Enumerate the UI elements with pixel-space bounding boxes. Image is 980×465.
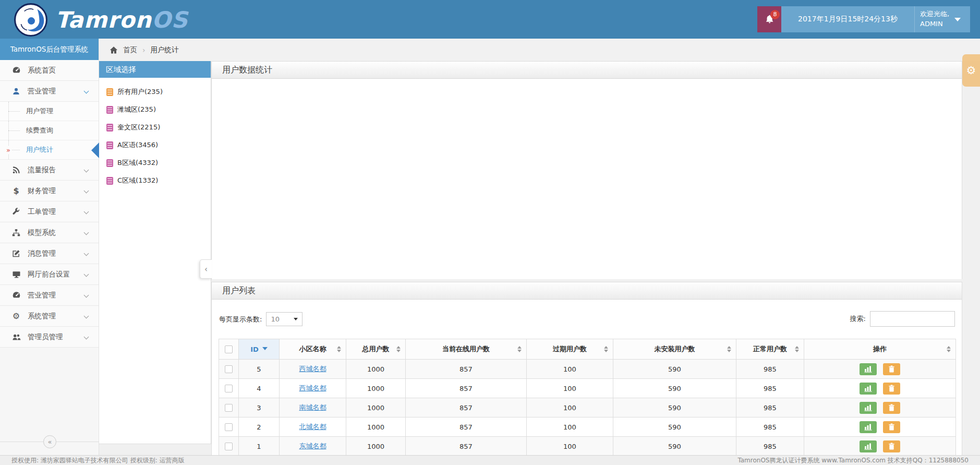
pagesize-select[interactable]: 10 bbox=[266, 312, 303, 326]
delete-button[interactable] bbox=[883, 363, 900, 375]
list-panel-title: 用户列表 bbox=[212, 282, 962, 300]
sidebar-subitem-user-statistics[interactable]: » 用户统计 bbox=[0, 140, 99, 160]
breadcrumb: 首页 › 用户统计 bbox=[99, 39, 980, 61]
cell-normal: 985 bbox=[736, 398, 804, 418]
sidebar-item-model-system[interactable]: 模型系统 bbox=[0, 222, 99, 243]
region-item-kuiwen[interactable]: 奎文区(2215) bbox=[106, 118, 211, 136]
cell-expired: 100 bbox=[527, 418, 613, 437]
sidebar-item-finance-management[interactable]: $ 财务管理 bbox=[0, 181, 99, 201]
stats-panel-title: 用户数据统计 bbox=[212, 62, 962, 79]
sidebar-item-message-management[interactable]: 消息管理 bbox=[0, 243, 99, 264]
column-header-online[interactable]: 当前在线用户数 bbox=[406, 339, 527, 360]
stats-chart-area bbox=[212, 79, 962, 279]
region-item-a[interactable]: A区语(3456) bbox=[106, 136, 211, 154]
active-item-arrow-icon bbox=[91, 142, 99, 158]
chart-button[interactable] bbox=[860, 383, 877, 395]
community-link[interactable]: 西城名都 bbox=[299, 384, 326, 392]
welcome-text: 欢迎光临, bbox=[920, 9, 949, 19]
sort-icon bbox=[604, 346, 608, 352]
column-header-name[interactable]: 小区名称 bbox=[280, 339, 346, 360]
cell-online: 857 bbox=[406, 437, 527, 456]
chart-button[interactable] bbox=[860, 440, 877, 452]
cell-id: 5 bbox=[239, 360, 280, 379]
chevron-down-icon bbox=[84, 251, 89, 256]
sidebar-item-label: 管理员管理 bbox=[28, 332, 63, 342]
sidebar-item-label: 消息管理 bbox=[28, 249, 56, 258]
row-checkbox[interactable] bbox=[225, 385, 233, 392]
column-header-uninstalled[interactable]: 未安装用户数 bbox=[613, 339, 736, 360]
select-all-checkbox[interactable] bbox=[225, 345, 233, 353]
list-icon bbox=[106, 106, 113, 114]
list-icon bbox=[106, 159, 113, 167]
breadcrumb-home-link[interactable]: 首页 bbox=[123, 45, 137, 55]
sidebar-item-business-management[interactable]: 营业管理 bbox=[0, 81, 99, 102]
cell-normal: 985 bbox=[736, 437, 804, 456]
delete-button[interactable] bbox=[883, 402, 900, 414]
settings-gear-tab[interactable]: ⚙ bbox=[962, 54, 980, 87]
sidebar-item-admin-management[interactable]: 管理员管理 bbox=[0, 327, 99, 348]
cell-normal: 985 bbox=[736, 418, 804, 437]
chevron-down-icon bbox=[84, 89, 89, 94]
region-item-weicheng[interactable]: 潍城区(235) bbox=[106, 101, 211, 118]
select-all-header[interactable] bbox=[219, 339, 239, 360]
sidebar-item-dashboard[interactable]: 系统首页 bbox=[0, 60, 99, 81]
community-link[interactable]: 南城名都 bbox=[299, 403, 326, 411]
community-link[interactable]: 东城名都 bbox=[299, 442, 326, 450]
sidebar-item-portal-settings[interactable]: 网厅前台设置 bbox=[0, 264, 99, 285]
cell-total: 1000 bbox=[346, 437, 406, 456]
chevron-down-icon bbox=[84, 293, 89, 298]
region-panel-title: 区域选择 bbox=[99, 61, 211, 78]
app-logo: TamronOS bbox=[14, 2, 188, 38]
sidebar-item-label: 系统首页 bbox=[28, 66, 56, 75]
chart-button[interactable] bbox=[860, 402, 877, 414]
column-header-id[interactable]: ID bbox=[239, 339, 280, 360]
delete-button[interactable] bbox=[883, 440, 900, 452]
region-select-panel: 区域选择 所有用户(235) 潍城区(235) 奎文区(2215) A区语(34… bbox=[99, 61, 211, 444]
user-stats-panel: 用户数据统计 bbox=[211, 61, 962, 279]
row-checkbox[interactable] bbox=[225, 365, 233, 373]
cell-id: 2 bbox=[239, 418, 280, 437]
sidebar-collapse-button[interactable]: « bbox=[43, 435, 56, 448]
cell-expired: 100 bbox=[527, 379, 613, 398]
table-row: 4 西城名都 1000 857 100 590 985 bbox=[219, 379, 956, 398]
cell-id: 3 bbox=[239, 398, 280, 418]
delete-button[interactable] bbox=[883, 421, 900, 433]
column-header-total[interactable]: 总用户数 bbox=[346, 339, 406, 360]
notifications-button[interactable]: 8 bbox=[757, 6, 781, 32]
row-checkbox[interactable] bbox=[225, 404, 233, 412]
panel-collapse-handle[interactable]: ‹ bbox=[200, 259, 212, 279]
cell-total: 1000 bbox=[346, 379, 406, 398]
active-marker: » bbox=[5, 146, 11, 154]
region-item-b[interactable]: B区域(4332) bbox=[106, 154, 211, 172]
chevron-down-icon bbox=[84, 272, 89, 277]
column-header-actions[interactable]: 操作 bbox=[804, 339, 956, 360]
admin-user-menu[interactable]: 欢迎光临, ADMIN bbox=[915, 6, 970, 32]
sidebar-title: TamronOS后台管理系统 bbox=[0, 39, 99, 60]
sidebar-item-business-management-2[interactable]: 营业管理 bbox=[0, 285, 99, 306]
search-input[interactable] bbox=[870, 311, 955, 327]
sidebar-item-workorder-management[interactable]: 工单管理 bbox=[0, 201, 99, 222]
gear-icon: ⚙ bbox=[966, 64, 976, 77]
column-header-normal[interactable]: 正常用户数 bbox=[736, 339, 804, 360]
sidebar-item-system-management[interactable]: ⚙ 系统管理 bbox=[0, 306, 99, 327]
row-checkbox[interactable] bbox=[225, 443, 233, 450]
sort-icon bbox=[727, 346, 731, 352]
column-header-expired[interactable]: 过期用户数 bbox=[527, 339, 613, 360]
cell-online: 857 bbox=[406, 379, 527, 398]
row-checkbox[interactable] bbox=[225, 423, 233, 431]
delete-button[interactable] bbox=[883, 383, 900, 395]
table-row: 5 西城名都 1000 857 100 590 985 bbox=[219, 360, 956, 379]
sidebar-subitem-renewal-query[interactable]: 续费查询 bbox=[0, 121, 99, 140]
cell-total: 1000 bbox=[346, 418, 406, 437]
community-link[interactable]: 西城名都 bbox=[299, 365, 326, 373]
list-icon bbox=[106, 141, 113, 149]
community-link[interactable]: 北城名都 bbox=[299, 423, 326, 431]
sidebar-item-traffic-report[interactable]: 流量报告 bbox=[0, 160, 99, 181]
sidebar-subitem-user-management[interactable]: 用户管理 bbox=[0, 102, 99, 121]
region-item-all-users[interactable]: 所有用户(235) bbox=[106, 83, 211, 101]
chart-button[interactable] bbox=[860, 363, 877, 375]
region-item-c[interactable]: C区域(1332) bbox=[106, 172, 211, 189]
chevron-down-icon bbox=[84, 335, 89, 340]
chart-button[interactable] bbox=[860, 421, 877, 433]
sort-icon bbox=[337, 346, 341, 352]
